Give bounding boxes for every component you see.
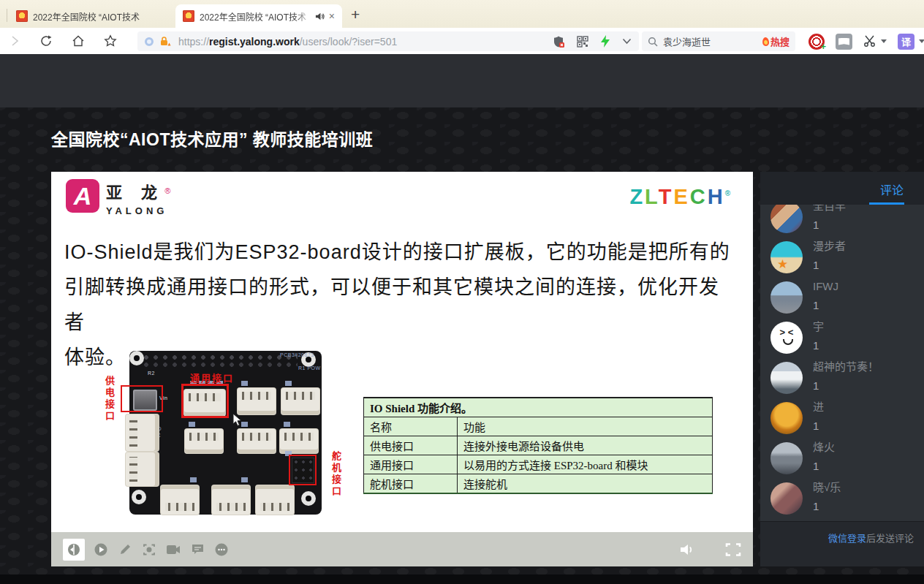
avatar	[770, 362, 803, 394]
forward-icon[interactable]	[9, 35, 20, 47]
screenshot-caret-icon[interactable]	[881, 39, 887, 43]
tab-comments[interactable]: 评论	[880, 181, 904, 198]
url-text[interactable]: https://regist.yalong.work/users/look/?i…	[178, 36, 397, 48]
focus-scan-icon[interactable]	[141, 542, 157, 558]
tab-favicon	[183, 10, 194, 22]
tab-title: 2022年全国院校 “AIOT技术	[33, 10, 165, 23]
power-port-label: 供电接口	[104, 376, 115, 422]
page-title: 全国院校“AIOT技术应用” 教师技能培训班	[51, 126, 373, 151]
tab-1[interactable]: 2022年全国院校 “AIOT技术	[9, 4, 173, 28]
io-shield-board-image: PCB3#20673 R1 POW R2 Vin GND VCC	[102, 341, 351, 526]
reading-mode-icon[interactable]	[836, 34, 852, 50]
play-icon[interactable]	[93, 542, 109, 558]
jst-connector	[212, 485, 250, 515]
comment-item: 宇1	[770, 319, 924, 360]
table-row: 供电接口连接外接电源给设备供电	[364, 436, 713, 455]
comment-item: 进1	[770, 400, 924, 440]
login-badge-icon[interactable]	[808, 34, 825, 50]
url-host: regist.yalong.work	[209, 36, 300, 48]
jst-connector	[161, 485, 199, 515]
servo-port-label: 舵机接口	[330, 451, 341, 498]
header-pins	[143, 354, 298, 369]
edit-pencil-icon[interactable]	[117, 542, 133, 558]
site-info-icon[interactable]	[145, 37, 154, 46]
silkscreen-text: R2	[148, 371, 155, 376]
jst-connector	[126, 452, 159, 486]
refresh-icon[interactable]	[39, 34, 53, 48]
avatar	[770, 281, 803, 314]
active-tab-underline	[869, 202, 904, 205]
accelerate-lightning-icon[interactable]	[600, 35, 610, 48]
avatar	[770, 402, 803, 434]
servo-annotation-box	[289, 455, 317, 485]
comment-sidebar: 评论 全百丰1 漫步者1 IFWJ1 宇1 超神的节奏！1	[760, 172, 924, 566]
sidebar-header: 评论	[760, 172, 924, 205]
webpage: 全国院校“AIOT技术应用” 教师技能培训班 A 亚 龙® YALONG ZLT…	[0, 54, 924, 584]
jst-connector	[238, 429, 276, 453]
registered-mark: ®	[725, 189, 732, 197]
address-bar[interactable]: https://regist.yalong.work/users/look/?i…	[137, 31, 639, 51]
yalong-logo: A 亚 龙® YALONG	[66, 179, 170, 216]
lock-warning-icon[interactable]	[159, 36, 171, 47]
addressbar-chevron-icon[interactable]	[622, 38, 632, 45]
rotate-icon[interactable]	[63, 539, 85, 561]
yalong-logo-mark: A	[66, 179, 99, 213]
screenshot-tool[interactable]	[863, 35, 887, 48]
tab-close-icon[interactable]: ×	[329, 11, 335, 21]
avatar	[770, 322, 803, 354]
search-query[interactable]: 袁少海逝世	[663, 34, 762, 48]
search-box[interactable]: 袁少海逝世 热搜	[642, 31, 795, 51]
page-header-band	[0, 54, 924, 107]
comment-list[interactable]: 全百丰1 漫步者1 IFWJ1 宇1 超神的节奏！1 进1	[760, 205, 924, 521]
browser-toolbar: https://regist.yalong.work/users/look/?i…	[0, 28, 924, 54]
comment-item: 全百丰1	[770, 205, 924, 239]
table-title: IO Shield 功能介绍。	[364, 398, 713, 417]
translate-tool[interactable]: 译	[898, 34, 924, 50]
tab-favicon	[16, 10, 28, 22]
comment-item: 晓√乐1	[770, 480, 924, 520]
general-port-label: 通用接口	[190, 371, 234, 384]
mouse-cursor	[232, 413, 243, 427]
power-annotation-box	[121, 385, 163, 412]
jst-connector	[126, 414, 159, 451]
new-tab-button[interactable]: +	[351, 6, 360, 23]
adblock-shield-icon[interactable]	[553, 35, 565, 48]
registered-mark: ®	[164, 186, 170, 195]
wechat-login-link[interactable]: 微信登录	[828, 533, 866, 544]
translate-icon[interactable]: 译	[898, 34, 914, 50]
avatar	[770, 241, 803, 273]
translate-caret-icon[interactable]	[919, 39, 924, 43]
home-icon[interactable]	[72, 34, 85, 48]
more-icon[interactable]	[213, 542, 230, 558]
tab-title: 2022年全国院校 “AIOT技术	[200, 10, 312, 23]
jst-connector	[256, 485, 294, 515]
fullscreen-icon[interactable]	[725, 542, 741, 558]
tab-separator	[7, 9, 7, 22]
tab-audio-icon[interactable]	[315, 12, 325, 21]
chat-icon[interactable]	[189, 542, 205, 558]
volume-icon[interactable]	[679, 542, 695, 558]
comment-item: IFWJ1	[770, 279, 924, 319]
comment-item: 超神的节奏！1	[770, 360, 924, 400]
hot-search[interactable]: 热搜	[762, 34, 789, 48]
silkscreen-text: PCB3#20673	[280, 352, 314, 357]
zltech-logo: ZLTECH®	[629, 185, 732, 209]
mounting-hole	[301, 491, 316, 506]
yalong-en: YALONG	[106, 205, 170, 216]
qr-code-icon[interactable]	[577, 36, 588, 48]
tab-2-active[interactable]: 2022年全国院校 “AIOT技术 ×	[175, 4, 342, 28]
yalong-cn: 亚 龙	[106, 183, 164, 202]
jst-connector	[238, 388, 276, 414]
favorites-star-icon[interactable]	[104, 34, 117, 48]
video-stage[interactable]: A 亚 龙® YALONG ZLTECH® IO-Shield是我们为ESP32…	[51, 172, 753, 532]
tab-bar: 2022年全国院校 “AIOT技术 2022年全国院校 “AIOT技术 × +	[0, 0, 924, 28]
jst-connector	[185, 429, 223, 453]
comment-input-hint: 微信登录后发送评论	[760, 521, 924, 566]
avatar	[770, 482, 803, 515]
url-path: /users/look/?iser=501	[300, 36, 397, 48]
url-scheme: https://	[178, 36, 209, 48]
comment-item: 漫步者1	[770, 239, 924, 279]
flame-icon	[762, 37, 769, 46]
io-shield-function-table: IO Shield 功能介绍。 名称功能 供电接口连接外接电源给设备供电 通用接…	[363, 397, 713, 494]
camera-icon[interactable]	[165, 542, 181, 558]
